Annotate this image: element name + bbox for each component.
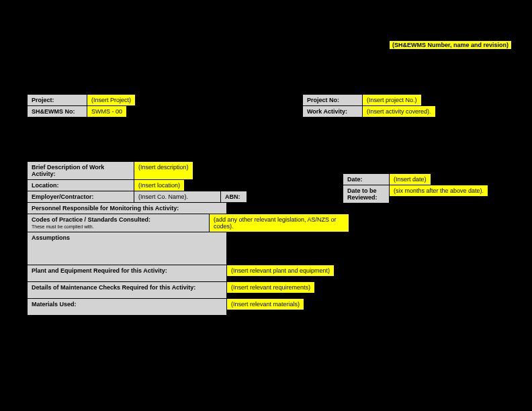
location-value: (Insert location)	[134, 179, 185, 191]
date-value: (Insert date)	[389, 173, 431, 185]
work-activity-label: Work Activity:	[302, 105, 363, 118]
header-revision: (SH&EWMS Number, name and revision)	[389, 40, 512, 50]
work-activity-value: (Insert activity covered).	[362, 105, 436, 118]
revision-placeholder: (SH&EWMS Number, name and revision)	[389, 40, 512, 50]
maintenance-label: Details of Maintenance Checks Required f…	[27, 281, 227, 299]
location-label: Location:	[27, 179, 134, 191]
maintenance-value: (Insert relevant requirements)	[226, 281, 315, 293]
materials-label: Materials Used:	[27, 298, 227, 316]
plant-label: Plant and Equipment Required for this Ac…	[27, 265, 227, 282]
top-right-block: Project No: (Insert project No.) Work Ac…	[302, 94, 436, 117]
date-label: Date:	[343, 173, 390, 185]
plant-value: (Insert relevant plant and equipment)	[226, 265, 335, 277]
shewms-no-label: SH&EWMS No:	[27, 105, 87, 118]
codes-subtext: These must be complied with.	[32, 224, 94, 229]
employer-label: Employer/Contractor:	[27, 191, 134, 203]
review-label: Date to be Reviewed:	[343, 185, 390, 203]
project-label: Project:	[27, 94, 87, 106]
materials-value: (Insert relevant materials)	[226, 298, 304, 310]
top-left-block: Project: (Insert Project) SH&EWMS No: SW…	[27, 94, 136, 117]
project-no-value: (Insert project No.)	[362, 94, 422, 106]
codes-cell: Codes of Practice / Standards Consulted:…	[27, 214, 210, 232]
assumptions-label: Assumptions	[27, 232, 227, 265]
personnel-label: Personnel Responsible for Monitoring thi…	[27, 202, 227, 214]
employer-value: (Insert Co. Name).	[134, 191, 221, 203]
details-left-block: Brief Description of Work Activity: (Ins…	[27, 161, 349, 316]
project-no-label: Project No:	[302, 94, 363, 106]
review-value: (six months after the above date).	[389, 185, 488, 197]
abn-label: ABN:	[220, 191, 247, 203]
project-value: (Insert Project)	[87, 94, 136, 106]
shewms-no-value: SWMS - 00	[87, 105, 127, 118]
codes-label: Codes of Practice / Standards Consulted:	[32, 216, 150, 223]
brief-desc-value: (Insert description)	[134, 161, 193, 180]
codes-value: (add any other relevant legislation, AS/…	[209, 214, 349, 232]
brief-desc-label: Brief Description of Work Activity:	[27, 161, 134, 180]
details-right-block: Date: (Insert date) Date to be Reviewed:…	[343, 173, 488, 203]
